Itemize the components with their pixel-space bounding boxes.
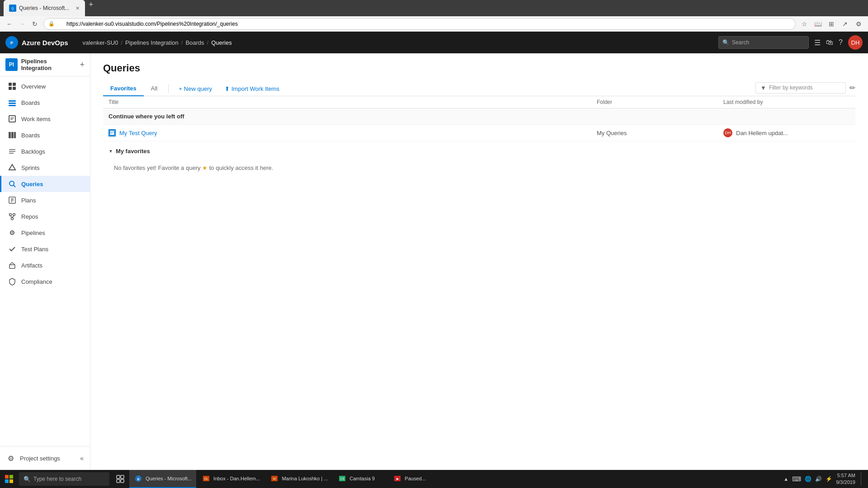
filter-input[interactable]: ▼ Filter by keywords [755,82,846,94]
breadcrumb-boards[interactable]: Boards [185,39,204,46]
global-search[interactable]: 🔍 Search [718,36,809,49]
avatar-initials: DH [851,39,860,46]
query-folder-cell: My Queries [597,130,723,136]
favorites-section-header[interactable]: ▼ My favorites [103,143,855,159]
sidebar-item-overview[interactable]: Overview [0,78,90,94]
col-title: Title [108,99,597,105]
help-icon[interactable]: ? [839,38,843,47]
svg-rect-14 [9,132,11,138]
sidebar-item-sprints[interactable]: Sprints [0,160,90,176]
sidebar-item-label: Backlogs [21,148,45,155]
svg-rect-4 [9,83,12,86]
sidebar-item-artifacts[interactable]: Artifacts [0,257,90,273]
boards-icon [8,98,17,107]
svg-rect-15 [11,132,14,138]
sidebar-item-label: Overview [21,83,46,90]
sidebar-item-repos[interactable]: Repos [0,208,90,225]
sidebar-nav: Overview Boards Work items [0,76,90,446]
continue-section-header: Continue where you left off [103,108,855,125]
svg-line-31 [12,216,14,218]
tabs-and-actions-bar: Favorites All + New query ⬆ Import Work … [103,81,855,96]
forward-button[interactable]: → [16,18,28,30]
sidebar-item-test-plans[interactable]: Test Plans [0,241,90,257]
notifications-icon[interactable]: ☰ [814,38,821,47]
app-wrapper: P Azure DevOps valenker-SU0 / Pipelines … [0,32,868,470]
new-query-label: New query [184,85,212,92]
sidebar-item-boards[interactable]: Boards [0,94,90,111]
filter-icon: ▼ [760,84,766,91]
sidebar-item-label: Boards [21,99,40,106]
svg-rect-11 [9,116,15,122]
browser-window-controls: Q Queries - Microsoft... ✕ + [4,0,97,16]
settings-label: Project settings [20,455,60,462]
read-mode-button[interactable]: 📖 [812,18,824,30]
work-items-icon [8,114,17,123]
sidebar-item-queries[interactable]: Queries [0,176,90,192]
shopping-bag-icon[interactable]: 🛍 [826,38,833,47]
edit-query-icon[interactable]: ✏ [849,84,855,92]
query-title-cell[interactable]: My Test Query [108,129,597,136]
svg-text:Q: Q [11,7,14,10]
address-bar-actions: ☆ 📖 ⊞ ↗ ⚙ [798,18,864,30]
sidebar-item-label: Work items [21,116,51,122]
share-button[interactable]: ↗ [839,18,851,30]
address-bar-row: ← → ↻ 🔒 https://valenker-su0.visualstudi… [0,16,868,32]
project-settings-button[interactable]: ⚙ Project settings « [0,450,90,466]
add-project-button[interactable]: + [80,60,85,70]
table-header: Title Folder Last modified by [103,96,855,108]
breadcrumb-org[interactable]: valenker-SU0 [83,39,118,46]
content-area: Queries Favorites All + New query ⬆ Impo… [90,53,868,470]
favorites-star-button[interactable]: ☆ [798,18,810,30]
queries-icon [8,179,17,188]
avatar[interactable]: DH [848,35,863,50]
new-tab-button[interactable]: + [85,0,97,16]
refresh-button[interactable]: ↻ [29,18,41,30]
modifier-name: Dan Hellem updat... [736,130,788,136]
sidebar-item-boards2[interactable]: Boards [0,127,90,143]
devops-logo[interactable]: P Azure DevOps [5,36,68,49]
import-work-items-button[interactable]: ⬆ Import Work Items [218,83,286,95]
svg-point-29 [11,218,14,220]
no-favorites-text: No favorites yet! Favorite a query [114,164,200,171]
query-type-icon [108,129,116,136]
project-icon: PI [5,58,18,71]
svg-point-28 [13,214,15,216]
pipelines-icon [8,228,17,237]
collapse-button[interactable]: « [80,455,84,462]
main-layout: PI Pipelines Integration + Overview Boar… [0,53,868,470]
filter-area: ▼ Filter by keywords ✏ [755,82,855,95]
svg-rect-5 [13,83,16,86]
breadcrumb-project[interactable]: Pipelines Integration [125,39,179,46]
modifier-avatar-initials: DH [725,131,731,135]
page-title: Queries [103,62,855,74]
repos-icon [8,212,17,221]
sidebar-item-compliance[interactable]: Compliance [0,273,90,290]
sidebar-item-pipelines[interactable]: Pipelines [0,225,90,241]
svg-rect-34 [9,265,15,268]
tab-label: Queries - Microsoft... [19,5,69,11]
new-query-button[interactable]: + New query [172,83,218,95]
hub-button[interactable]: ⊞ [826,18,837,30]
top-nav: P Azure DevOps valenker-SU0 / Pipelines … [0,32,868,53]
plans-icon [8,196,17,205]
tab-favorites[interactable]: Favorites [103,81,144,96]
browser-tab[interactable]: Q Queries - Microsoft... ✕ [4,0,85,16]
devops-logo-icon: P [5,36,18,49]
favorites-star-icon: ★ [202,164,208,171]
backlogs-icon [8,147,17,156]
sidebar-item-label: Pipelines [21,230,45,236]
col-modified: Last modified by [723,99,850,105]
svg-point-21 [9,181,14,186]
sidebar-item-work-items[interactable]: Work items [0,111,90,127]
extensions-button[interactable]: ⚙ [853,18,864,30]
sidebar-item-plans[interactable]: Plans [0,192,90,208]
back-button[interactable]: ← [4,18,15,30]
sidebar-item-label: Test Plans [21,246,48,253]
tab-close-button[interactable]: ✕ [75,5,80,11]
address-field[interactable]: 🔒 https://valenker-su0.visualstudio.com/… [43,18,796,30]
nav-buttons: ← → ↻ [4,18,41,30]
new-query-icon: + [179,85,182,92]
search-placeholder: Search [732,39,749,46]
tab-all[interactable]: All [144,81,165,96]
sidebar-item-backlogs[interactable]: Backlogs [0,143,90,160]
